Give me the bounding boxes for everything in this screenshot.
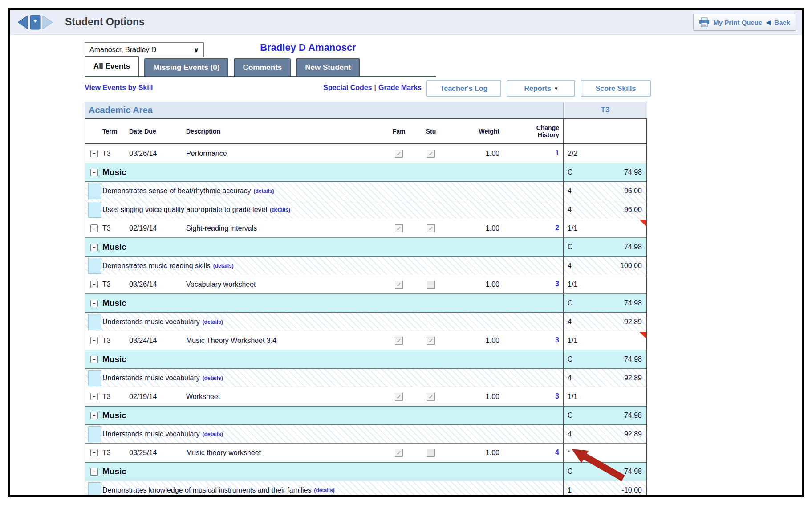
details-link[interactable]: (details) [253,188,274,194]
event-description: Music Theory Worksheet 3.4 [186,337,383,345]
event-term: T3 [102,449,129,457]
collapse-icon[interactable]: − [90,337,98,344]
change-history-link[interactable]: 3 [555,336,559,344]
score-skills-button[interactable]: Score Skills [581,80,651,97]
event-date-due: 02/19/14 [129,224,186,232]
details-link[interactable]: (details) [314,487,335,493]
view-events-by-skill-link[interactable]: View Events by Skill [85,84,153,92]
event-date-due: 03/24/14 [129,337,186,345]
tab-new-student[interactable]: New Student [296,58,360,76]
col-weight: Weight [447,128,499,135]
col-stu: Stu [415,128,447,135]
collapse-icon[interactable]: − [90,281,98,288]
table-row: Understands music vocabulary(details)492… [85,425,646,444]
event-weight: 1.00 [447,449,499,457]
record-list-dropdown-icon[interactable] [30,15,41,30]
fam-checkbox: ✓ [395,393,403,401]
collapse-icon[interactable]: − [90,244,98,251]
table-row: −MusicC74.98 [85,294,646,313]
section-percent: 74.98 [590,299,646,307]
collapse-icon[interactable]: − [90,224,98,232]
col-term: Term [102,128,129,135]
details-link[interactable]: (details) [213,263,234,269]
link-separator: | [372,84,378,91]
term-score-cell: * [563,444,646,462]
change-history-link[interactable]: 2 [555,224,559,232]
collapse-icon[interactable]: − [90,449,98,456]
student-selector[interactable]: Amanoscr, Bradley D ∨ [85,42,204,57]
collapse-icon[interactable]: − [90,169,98,176]
change-history-link[interactable]: 3 [555,280,559,288]
term-score-cell: C74.98 [563,294,646,312]
fam-checkbox: ✓ [395,449,403,457]
skill-color-swatch [88,482,102,497]
skill-description: Understands music vocabulary(details) [102,374,563,382]
skill-color-swatch [88,258,102,274]
event-description: Sight-reading intervals [186,224,383,232]
event-description: Performance [186,150,383,158]
details-link[interactable]: (details) [203,431,223,437]
change-history-link[interactable]: 1 [555,149,559,157]
collapse-icon[interactable]: − [90,393,98,400]
change-history-link[interactable]: 3 [555,392,559,400]
tab-all-events[interactable]: All Events [85,56,139,76]
details-link[interactable]: (details) [203,375,223,381]
collapse-icon[interactable]: − [90,300,98,307]
tab-comments[interactable]: Comments [234,58,291,76]
term-score-cell: 4100.00 [563,257,646,275]
skill-description-text: Demonstrates music reading skills [102,262,211,270]
previous-record-icon[interactable] [17,15,28,30]
term-score-cell: 492.89 [563,369,646,387]
stu-checkbox [427,449,435,457]
skill-color-swatch [88,183,102,199]
event-weight: 1.00 [447,337,499,345]
next-record-icon[interactable] [42,15,53,30]
tab-missing-events[interactable]: Missing Events (0) [144,58,228,76]
term-score-cell: 1/1 [563,275,646,293]
fam-checkbox: ✓ [395,224,403,232]
table-row: −T302/19/14Sight-reading intervals✓✓1.00… [85,219,646,238]
collapse-icon[interactable]: − [90,150,98,157]
skill-percent: 96.00 [590,187,646,195]
skill-description: Understands music vocabulary(details) [102,318,563,326]
special-codes-link[interactable]: Special Codes [323,84,372,91]
teachers-log-button[interactable]: Teacher's Log [426,80,501,97]
change-history-link[interactable]: 4 [555,448,559,456]
skill-color-swatch [88,202,102,218]
table-row: −T303/26/14Performance✓✓1.0012/2 [85,144,646,163]
table-row: −T302/19/14Worksheet✓✓1.0031/1 [85,387,646,406]
section-percent: 74.98 [590,243,646,251]
event-score: 1/1 [564,281,590,289]
collapse-icon[interactable]: − [90,468,98,476]
reports-button[interactable]: Reports ▾ [507,80,575,97]
skill-description-text: Understands music vocabulary [102,430,200,438]
back-link[interactable]: Back [774,19,790,26]
col-fam: Fam [383,128,415,135]
column-header-row: Term Date Due Description Fam Stu Weight… [85,119,646,144]
grade-marks-link[interactable]: Grade Marks [378,84,422,91]
skill-percent: 96.00 [590,206,646,214]
table-row: −MusicC74.98 [85,406,646,425]
collapse-icon[interactable]: − [90,356,98,363]
table-row: −T303/25/14Music theory worksheet✓1.004* [85,444,646,462]
skill-grade: 4 [564,206,590,214]
skill-description-text: Uses singing voice quality appropriate t… [102,206,267,214]
details-link[interactable]: (details) [270,207,290,213]
table-row: Understands music vocabulary(details)492… [85,369,646,387]
section-name: Music [102,467,126,476]
event-score: * [564,449,590,457]
event-date-due: 03/26/14 [129,281,186,289]
stu-checkbox: ✓ [427,150,435,158]
section-percent: 74.98 [590,168,646,176]
event-weight: 1.00 [447,281,499,289]
table-row: Demonstrates music reading skills(detail… [85,257,646,275]
details-link[interactable]: (details) [203,319,223,325]
collapse-icon[interactable]: − [90,412,98,419]
skill-percent: -10.00 [590,486,646,494]
events-table: Academic Area T3 Term Date Due Descripti… [85,102,647,497]
print-queue-link[interactable]: My Print Queue [713,19,762,26]
section-name: Music [102,411,126,420]
term-score-cell: C74.98 [563,163,646,181]
skill-description-text: Understands music vocabulary [102,374,200,382]
term-score-cell: 496.00 [563,182,646,200]
